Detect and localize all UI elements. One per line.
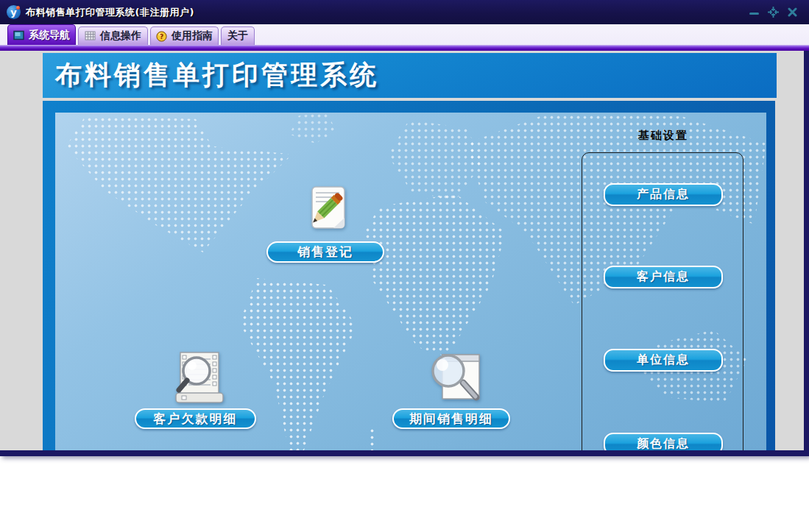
world-map-dots-greenland bbox=[289, 113, 336, 143]
tab-label: 使用指南 bbox=[172, 29, 213, 43]
app-logo-icon: y bbox=[7, 5, 21, 19]
window-controls bbox=[748, 7, 799, 18]
svg-text:?: ? bbox=[160, 33, 163, 40]
world-map-dots-europe bbox=[388, 120, 484, 201]
blue-square-icon bbox=[13, 30, 24, 40]
unit-info-button[interactable]: 单位信息 bbox=[604, 349, 723, 372]
tab-label: 信息操作 bbox=[100, 29, 141, 43]
restore-icon[interactable] bbox=[767, 7, 780, 18]
client-area: 布料销售单打印管理系统 bbox=[0, 51, 799, 450]
customer-info-button[interactable]: 客户信息 bbox=[604, 266, 723, 288]
world-map-panel: 销售登记 bbox=[55, 113, 766, 450]
world-map-dots-africa bbox=[364, 194, 512, 357]
world-map-dots-north-america bbox=[66, 116, 302, 252]
basic-settings-title: 基础设置 bbox=[604, 129, 723, 143]
tab-bar: 系统导航 信息操作 ? 使用指南 关于 bbox=[0, 24, 809, 45]
magnifier-list-icon[interactable] bbox=[166, 350, 230, 409]
tab-information-operations[interactable]: 信息操作 bbox=[78, 26, 148, 45]
title-bar: y 布料销售单打印管理系统(非注册用户) bbox=[0, 0, 809, 24]
close-icon[interactable] bbox=[786, 7, 799, 18]
edit-document-icon[interactable] bbox=[300, 185, 353, 237]
window-title: 布料销售单打印管理系统(非注册用户) bbox=[26, 6, 194, 19]
tab-system-navigation[interactable]: 系统导航 bbox=[7, 24, 76, 45]
tab-label: 系统导航 bbox=[29, 29, 70, 42]
magnifier-window-icon[interactable] bbox=[419, 352, 484, 409]
sales-register-button[interactable]: 销售登记 bbox=[266, 241, 384, 263]
tab-user-guide[interactable]: ? 使用指南 bbox=[150, 26, 219, 45]
navigation-panel: 销售登记 bbox=[43, 101, 775, 450]
banner-title: 布料销售单打印管理系统 bbox=[55, 57, 379, 93]
accent-strip bbox=[0, 45, 809, 51]
customer-debt-detail-button[interactable]: 客户欠款明细 bbox=[135, 408, 256, 429]
world-map-dots-south-america bbox=[239, 278, 357, 450]
product-info-button[interactable]: 产品信息 bbox=[604, 183, 723, 206]
help-ball-icon: ? bbox=[156, 31, 167, 41]
period-sales-detail-button[interactable]: 期间销售明细 bbox=[392, 408, 510, 429]
tab-about[interactable]: 关于 bbox=[221, 26, 255, 45]
minimize-icon[interactable] bbox=[748, 7, 760, 18]
grid-icon bbox=[85, 31, 96, 41]
world-map-dots-tip bbox=[369, 428, 376, 450]
banner: 布料销售单打印管理系统 bbox=[43, 53, 777, 98]
app-window: y 布料销售单打印管理系统(非注册用户) 系统导航 bbox=[0, 0, 809, 456]
color-info-button[interactable]: 颜色信息 bbox=[604, 433, 723, 450]
tab-label: 关于 bbox=[227, 29, 248, 43]
